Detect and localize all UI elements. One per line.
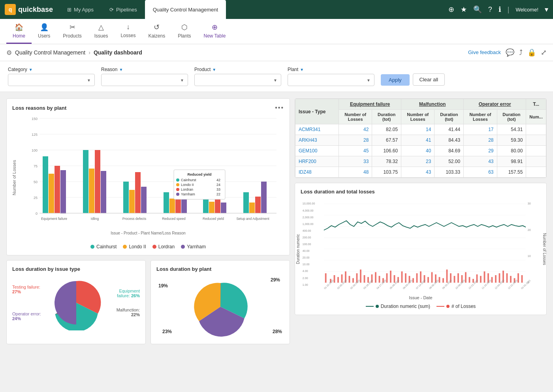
legend-operator: Operator error: 24% <box>12 311 45 321</box>
svg-text:150: 150 <box>32 117 38 121</box>
svg-rect-128 <box>491 277 493 283</box>
legend-losses-bar: # of Losses <box>436 304 476 309</box>
line-x-label: Issue - Date <box>301 295 541 300</box>
apply-button[interactable]: Apply <box>381 74 410 86</box>
svg-rect-122 <box>469 277 470 283</box>
nav-item-home[interactable]: 🏠 Home <box>6 19 32 44</box>
svg-rect-130 <box>499 273 500 283</box>
svg-text:40.00: 40.00 <box>303 249 310 253</box>
op-num-cell: 28 <box>464 135 497 146</box>
star-icon[interactable]: ★ <box>461 5 467 14</box>
legend-dot-yarnham <box>181 245 185 249</box>
legend-cainhurst: Cainhurst <box>90 244 117 249</box>
product-cell[interactable]: ACMR341 <box>295 124 339 135</box>
filter-plant-select[interactable] <box>288 74 374 86</box>
svg-text:Cainhurst: Cainhurst <box>181 178 196 182</box>
nav-item-users[interactable]: 👤 Users <box>32 19 56 44</box>
bar-chart-area: Number of Losses 150 125 100 75 50 <box>12 114 284 241</box>
loss-duration-issue-header: Loss duration by issue type <box>12 266 140 272</box>
filter-plant-wrapper <box>288 74 374 86</box>
breadcrumb-parent[interactable]: Quality Control Management <box>15 49 85 56</box>
legend-duration-line: Duration numeric (sum) <box>366 304 430 309</box>
logo[interactable]: q quickbase <box>5 4 53 15</box>
info-icon[interactable]: ℹ <box>498 5 501 14</box>
th-equipment-failure: Equipment failure <box>339 99 401 110</box>
add-icon[interactable]: ⊕ <box>448 5 454 14</box>
pie-plant-wrapper: 29% 28% 23% 19% <box>156 275 284 338</box>
bar-chart-svg: 150 125 100 75 50 25 0 <box>12 114 284 229</box>
nav-item-issues[interactable]: △ Issues <box>88 19 115 44</box>
top-tab-nav: ⊞ My Apps ⟳ Pipelines Quality Control Ma… <box>59 0 226 19</box>
welcome-menu[interactable]: Welcome! <box>515 7 538 13</box>
filter-reason-select[interactable] <box>101 74 188 86</box>
svg-rect-114 <box>439 277 440 283</box>
svg-point-50 <box>176 183 179 186</box>
top-tab-pipelines[interactable]: ⟳ Pipelines <box>102 0 145 19</box>
product-cell[interactable]: ARKH43 <box>295 135 339 146</box>
filter-reason-wrapper <box>101 74 188 86</box>
nav-item-plants[interactable]: ⬡ Plants <box>171 19 197 44</box>
help-icon[interactable]: ? <box>488 6 492 14</box>
filter-reason: Reason ▼ <box>101 67 188 86</box>
mal-num-cell: 43 <box>401 167 434 178</box>
nav-item-kaizens[interactable]: ↺ Kaizens <box>142 19 171 44</box>
svg-rect-35 <box>249 203 255 213</box>
svg-rect-34 <box>243 192 249 213</box>
svg-rect-17 <box>60 170 66 214</box>
nav-item-newtable[interactable]: ⊕ New Table <box>198 19 232 44</box>
data-table-card: Issue - Type Equipment failure Malfuncti… <box>295 98 547 178</box>
th-mal-num: Number of Losses <box>401 110 434 124</box>
plants-icon: ⬡ <box>181 23 188 32</box>
chat-icon[interactable]: 💬 <box>506 48 514 57</box>
legend-malfunction: Malfunction: 22% <box>107 308 140 317</box>
welcome-chevron[interactable]: ▾ <box>545 5 548 14</box>
nav-item-products[interactable]: ✂ Products <box>56 19 88 44</box>
op-num-cell: 17 <box>464 124 497 135</box>
svg-point-47 <box>176 178 179 182</box>
x-axis-label: Issue - Product - Plant Name/Loss Reason <box>12 231 284 235</box>
mal-dur-cell: 103.33 <box>434 167 464 178</box>
loss-reasons-header: Loss reasons by plant ••• <box>12 104 284 111</box>
product-cell[interactable]: GEM100 <box>295 146 339 156</box>
product-cell[interactable]: IDZ48 <box>295 167 339 178</box>
share-icon[interactable]: ⤴ <box>519 49 523 57</box>
ef-num-cell: 45 <box>339 146 372 156</box>
line-chart-card: Loss duration and total losses 10,000.00… <box>295 183 547 315</box>
product-cell[interactable]: HRF200 <box>295 156 339 167</box>
expand-icon[interactable]: ⤢ <box>541 48 547 57</box>
search-icon[interactable]: 🔍 <box>473 5 482 14</box>
svg-rect-109 <box>420 272 421 283</box>
ef-dur-cell: 103.75 <box>372 167 401 178</box>
nav-item-losses[interactable]: ↓ Losses <box>114 19 142 44</box>
give-feedback-button[interactable]: Give feedback <box>468 49 501 56</box>
clear-all-button[interactable]: Clear all <box>413 73 445 86</box>
filter-product: Product ▼ <box>194 67 281 86</box>
users-icon: 👤 <box>40 23 49 32</box>
pie-plant-svg <box>189 275 252 338</box>
y-axis-label: Number of Losses <box>12 160 17 195</box>
svg-text:42: 42 <box>216 178 220 182</box>
svg-text:2.00: 2.00 <box>303 277 308 280</box>
table-row: GEM100 45 106.60 40 84.69 29 80.00 <box>295 146 546 156</box>
svg-text:33: 33 <box>216 188 220 191</box>
table-scroll[interactable]: Issue - Type Equipment failure Malfuncti… <box>295 99 546 178</box>
top-tab-qcm[interactable]: Quality Control Management <box>145 0 226 19</box>
loss-duration-plant-card: Loss duration by plant 29% <box>150 260 290 344</box>
settings-icon[interactable]: ⚙ <box>6 49 12 56</box>
right-column: Issue - Type Equipment failure Malfuncti… <box>295 98 547 391</box>
svg-text:20: 20 <box>528 229 531 232</box>
loss-reasons-more-btn[interactable]: ••• <box>275 104 284 111</box>
ef-num-cell: 28 <box>339 135 372 146</box>
more-cell <box>526 146 546 156</box>
top-tab-myapps[interactable]: ⊞ My Apps <box>59 0 102 19</box>
svg-rect-136 <box>521 275 523 283</box>
filter-category-select[interactable] <box>8 74 95 86</box>
svg-rect-21 <box>101 171 106 213</box>
th-issue-type: Issue - Type <box>295 99 339 124</box>
filter-actions: Apply Clear all <box>381 73 445 86</box>
filter-product-select[interactable] <box>194 74 281 86</box>
lock-icon[interactable]: 🔒 <box>527 48 536 57</box>
breadcrumb-current: Quality dashboard <box>94 49 142 56</box>
th-operator-error: Operator error <box>464 99 526 110</box>
mal-dur-cell: 84.43 <box>434 135 464 146</box>
